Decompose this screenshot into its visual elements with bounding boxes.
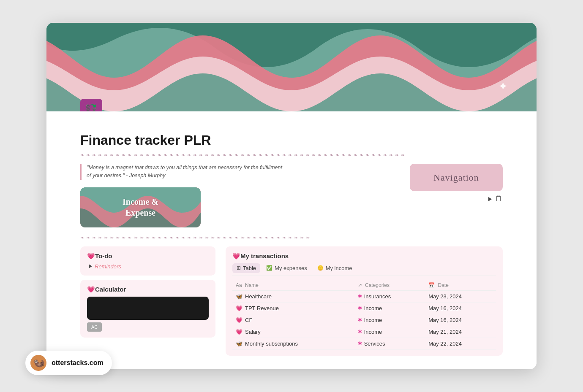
row-category: Insurances	[364, 293, 391, 300]
row-emoji: 💗	[236, 329, 242, 335]
transactions-header: 💗My transactions	[232, 252, 496, 260]
cell-name: 💗 CF	[232, 314, 354, 326]
main-grid: "Money is a magnet that draws to you all…	[80, 164, 503, 227]
cell-category: ✱ Services	[354, 338, 425, 349]
quote-block: "Money is a magnet that draws to you all…	[80, 164, 287, 180]
tab-income[interactable]: 🪙 My income	[313, 263, 357, 273]
calculator-section: 💗Calculator AC	[80, 280, 215, 338]
page-icon: 💱	[80, 99, 102, 111]
cell-date: May 21, 2024	[425, 326, 496, 338]
divider-row-2: ❧ ❧ ❧ ❧ ❧ ❧ ❧ ❧ ❧ ❧ ❧ ❧ ❧ ❧ ❧ ❧ ❧ ❧ ❧ ❧ …	[80, 235, 503, 241]
otter-domain: otterstacks.com	[52, 359, 104, 367]
income-icon: 🪙	[317, 265, 324, 271]
row-name: Monthly subscriptions	[245, 341, 298, 347]
row-name: Salary	[245, 329, 261, 335]
svg-text:✦: ✦	[498, 80, 508, 93]
todo-section: 💗To-do Reminders	[80, 246, 215, 276]
tabs-row: ⊞ Table ✅ My expenses 🪙 My income	[232, 263, 496, 276]
income-expense-label: Income & Expense	[123, 196, 158, 218]
right-column: Navigation 🗒	[296, 164, 503, 227]
divider-row-1: ❧ ❧ ❧ ❧ ❧ ❧ ❧ ❧ ❧ ❧ ❧ ❧ ❧ ❧ ❧ ❧ ❧ ❧ ❧ ❧ …	[80, 152, 503, 158]
otter-avatar: 🦦	[30, 355, 46, 371]
calculator-heading: 💗Calculator	[87, 286, 126, 293]
row-emoji: 💗	[236, 317, 242, 323]
transactions-heading: 💗My transactions	[232, 252, 289, 260]
col-categories-icon: ↗	[358, 282, 362, 288]
content-area: Finance tracker PLR ❧ ❧ ❧ ❧ ❧ ❧ ❧ ❧ ❧ ❧ …	[46, 111, 537, 369]
col-name-header: Aa Name	[232, 280, 354, 291]
row-category: Income	[364, 329, 382, 335]
cell-date: May 16, 2024	[425, 302, 496, 314]
cell-name: 🦋 Healthcare	[232, 290, 354, 302]
navigation-label: Navigation	[433, 172, 479, 183]
calculator-display	[87, 297, 209, 320]
expenses-icon: ✅	[266, 265, 272, 271]
row-name: Healthcare	[245, 293, 272, 300]
col-categories-header: ↗ Categories	[354, 280, 425, 291]
tab-expenses-label: My expenses	[275, 265, 307, 271]
table-row: 🦋 Monthly subscriptions ✱ Services May 2…	[232, 338, 496, 349]
category-star-icon: ✱	[358, 341, 362, 346]
todo-heading: 💗To-do	[87, 252, 112, 260]
cell-category: ✱ Income	[354, 302, 425, 314]
table-row: 💗 Salary ✱ Income May 21, 2024	[232, 326, 496, 338]
row-emoji: 🦋	[236, 341, 242, 347]
left-panel: 💗To-do Reminders 💗Calculator	[80, 246, 215, 356]
cell-name: 💗 Salary	[232, 326, 354, 338]
table-row: 🦋 Healthcare ✱ Insurances May 23, 2024	[232, 290, 496, 302]
category-star-icon: ✱	[358, 317, 362, 323]
row-emoji: 💗	[236, 305, 242, 311]
category-star-icon: ✱	[358, 329, 362, 335]
cell-date: May 22, 2024	[425, 338, 496, 349]
bottom-grid: 💗To-do Reminders 💗Calculator	[80, 246, 503, 356]
col-date-header: 📅 Date	[425, 280, 496, 291]
nav-toggle[interactable]: 🗒	[488, 195, 503, 203]
row-name: CF	[245, 317, 252, 323]
tab-income-label: My income	[326, 265, 352, 271]
notion-window: ✦ ✦ 💱 Finance tracker PLR ❧ ❧ ❧ ❧ ❧ ❧ ❧ …	[46, 23, 537, 369]
col-date-icon: 📅	[428, 282, 435, 288]
reminders-toggle[interactable]: Reminders	[89, 263, 209, 270]
income-expense-card: Income & Expense	[80, 187, 201, 227]
table-row: 💗 CF ✱ Income May 16, 2024	[232, 314, 496, 326]
page-wrapper: ✦ ✦ 💱 Finance tracker PLR ❧ ❧ ❧ ❧ ❧ ❧ ❧ …	[0, 0, 583, 392]
transactions-table: Aa Name ↗ Categories 📅 Date	[232, 280, 496, 350]
tab-expenses[interactable]: ✅ My expenses	[262, 263, 311, 273]
todo-header: 💗To-do	[87, 252, 209, 260]
col-name-icon: Aa	[236, 282, 242, 288]
page-title: Finance tracker PLR	[80, 132, 503, 148]
cell-category: ✱ Insurances	[354, 290, 425, 302]
otter-emoji: 🦦	[33, 357, 44, 368]
navigation-card: Navigation	[410, 164, 503, 191]
page-icon-wrap: 💱	[80, 99, 102, 111]
calculator-header: 💗Calculator	[87, 286, 209, 293]
calc-ac-button[interactable]: AC	[87, 322, 102, 332]
row-category: Income	[364, 305, 382, 311]
reminders-label: Reminders	[95, 263, 121, 270]
banner: ✦ ✦ 💱	[46, 23, 537, 111]
cell-date: May 16, 2024	[425, 314, 496, 326]
row-category: Services	[364, 341, 385, 347]
cell-name: 🦋 Monthly subscriptions	[232, 338, 354, 349]
tab-table-label: Table	[243, 265, 256, 271]
category-star-icon: ✱	[358, 305, 362, 311]
tab-table[interactable]: ⊞ Table	[232, 263, 260, 273]
row-name: TPT Revenue	[245, 305, 279, 311]
category-star-icon: ✱	[358, 293, 362, 299]
reminders-arrow-icon	[89, 264, 92, 268]
otter-badge: 🦦 otterstacks.com	[25, 351, 112, 375]
cell-category: ✱ Income	[354, 326, 425, 338]
row-category: Income	[364, 317, 382, 323]
table-icon: ⊞	[237, 265, 241, 271]
toggle-arrow-icon	[488, 197, 492, 201]
table-row: 💗 TPT Revenue ✱ Income May 16, 2024	[232, 302, 496, 314]
transactions-section: 💗My transactions ⊞ Table ✅ My expenses	[226, 246, 503, 356]
cell-category: ✱ Income	[354, 314, 425, 326]
cell-name: 💗 TPT Revenue	[232, 302, 354, 314]
left-column: "Money is a magnet that draws to you all…	[80, 164, 287, 227]
cell-date: May 23, 2024	[425, 290, 496, 302]
row-emoji: 🦋	[236, 293, 242, 300]
